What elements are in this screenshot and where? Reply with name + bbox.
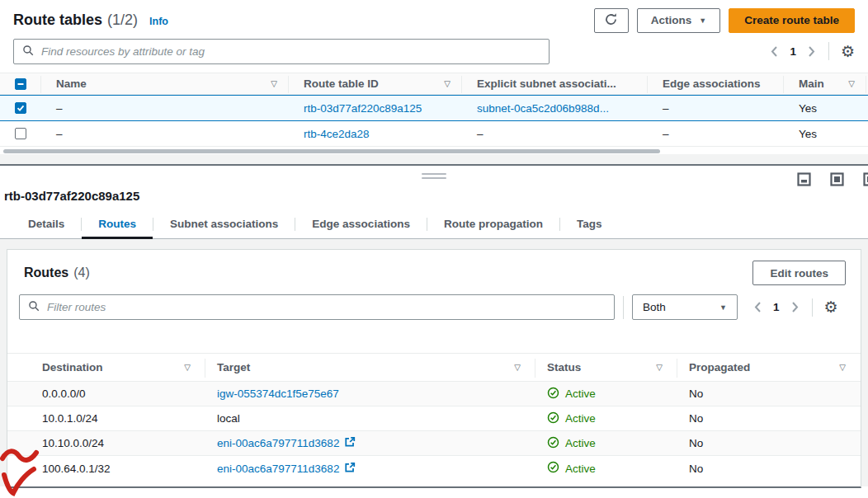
column-header-propagated[interactable]: Propagated ▽ [677,354,861,381]
refresh-icon [604,12,618,29]
sort-icon[interactable]: ▽ [514,363,521,372]
detail-heading: rtb-03d77af220c89a125 [0,187,868,211]
table-row[interactable]: – rtb-4ce2da28 – – Yes [0,121,868,147]
routes-filter-row: Both ▼ 1 ⚙ [7,289,861,320]
column-header-name[interactable]: Name ▽ [41,73,289,94]
target-link[interactable]: igw-055374dc1f5e75e67 [217,388,339,400]
tab-tags[interactable]: Tags [560,211,619,239]
filter-routes-input[interactable] [47,301,606,313]
split-panel-drag-row [0,166,868,187]
refresh-button[interactable] [594,8,629,33]
info-link[interactable]: Info [149,16,168,27]
divider [623,296,624,319]
sort-icon[interactable]: ▽ [444,79,451,88]
tab-subnet-associations[interactable]: Subnet associations [153,211,295,239]
cell-name: – [41,128,289,140]
sort-icon[interactable]: ▽ [184,363,191,372]
settings-gear-icon[interactable]: ⚙ [841,44,855,59]
external-link-icon[interactable] [344,436,356,450]
column-header-route-table-id[interactable]: Route table ID ▽ [289,73,462,94]
scrollbar-thumb[interactable] [3,149,660,153]
split-panel: rtb-03d77af220c89a125 Details Routes Sub… [0,164,868,496]
cell-destination: 0.0.0.0/0 [7,388,205,400]
page-title: Route tables [13,12,102,29]
route-row[interactable]: 100.64.0.1/32 eni-00ac6a797711d3682 Acti… [7,456,861,481]
divider [828,42,829,60]
routes-panel-title: Routes [24,265,68,280]
status-text: Active [565,388,596,400]
route-row[interactable]: 10.0.1.0/24 local Active No [7,406,861,431]
sort-icon[interactable]: ▽ [839,363,846,372]
column-header-destination[interactable]: Destination ▽ [7,354,205,381]
panel-position-side-icon[interactable] [863,172,868,189]
status-text: Active [565,412,596,425]
routes-header-row: Destination ▽ Target ▽ Status ▽ Propagat… [7,353,861,382]
subnet-link[interactable]: subnet-0ca5c2d06b988d... [477,102,609,115]
target-link[interactable]: eni-00ac6a797711d3682 [217,437,339,449]
column-header-status[interactable]: Status ▽ [535,354,677,381]
search-icon [28,300,40,314]
divider [812,298,813,317]
select-all-checkbox[interactable] [15,78,26,90]
route-mode-value: Both [643,301,666,313]
create-route-table-button[interactable]: Create route table [729,8,855,33]
routes-card: Routes (4) Edit routes Both ▼ [7,249,861,488]
column-header-target[interactable]: Target ▽ [205,354,535,381]
tab-content: Routes (4) Edit routes Both ▼ [0,239,868,486]
route-table-id-link[interactable]: rtb-4ce2da28 [304,128,370,140]
search-icon [22,45,34,59]
tab-route-propagation[interactable]: Route propagation [427,211,559,239]
tab-edge-associations[interactable]: Edge associations [295,211,427,239]
status-active-icon [547,461,559,476]
tab-routes[interactable]: Routes [82,211,153,239]
column-header-main[interactable]: Main ▽ [784,73,866,94]
row-checkbox[interactable] [15,102,26,114]
panel-position-bottom-icon[interactable] [797,172,811,189]
route-tables-header-row: Name ▽ Route table ID ▽ Explicit subnet … [0,73,868,95]
prev-page-button[interactable] [769,44,780,59]
resource-search[interactable] [13,39,550,64]
status-active-icon [547,411,559,426]
routes-count: (4) [73,265,90,280]
next-page-button[interactable] [790,299,800,315]
selection-count: (1/2) [107,12,138,29]
page-number: 1 [790,45,796,58]
routes-table: Destination ▽ Target ▽ Status ▽ Propagat… [7,353,861,481]
edit-routes-button[interactable]: Edit routes [752,261,846,285]
route-row[interactable]: 10.10.0.0/24 eni-00ac6a797711d3682 Activ… [7,431,861,456]
cell-destination: 10.0.1.0/24 [7,412,205,425]
cell-main: Yes [784,128,866,140]
panel-gap [0,154,868,164]
page-number: 1 [773,301,780,313]
table-row[interactable]: – rtb-03d77af220c89a125 subnet-0ca5c2d06… [0,95,868,121]
status-active-icon [547,387,559,402]
prev-page-button[interactable] [752,299,763,315]
tab-details[interactable]: Details [12,211,81,239]
cell-destination: 10.10.0.0/24 [7,437,205,449]
sort-icon[interactable]: ▽ [848,79,855,88]
actions-label: Actions [651,14,692,26]
controls-row: 1 ⚙ [0,38,868,64]
routes-filter[interactable] [19,294,615,320]
route-row[interactable]: 0.0.0.0/0 igw-055374dc1f5e75e67 Active N… [7,382,861,406]
target-link[interactable]: eni-00ac6a797711d3682 [217,463,339,475]
route-mode-select[interactable]: Both ▼ [632,294,738,320]
resize-handle[interactable] [422,173,446,181]
row-checkbox[interactable] [15,128,26,139]
next-page-button[interactable] [806,44,817,59]
sort-icon[interactable]: ▽ [271,79,277,88]
panel-position-main-icon[interactable] [830,172,844,189]
route-table-id-link[interactable]: rtb-03d77af220c89a125 [304,102,422,115]
actions-button[interactable]: Actions ▼ [637,8,720,33]
column-header-explicit-subnet[interactable]: Explicit subnet associati... [462,73,648,94]
status-text: Active [565,437,596,449]
external-link-icon[interactable] [344,462,356,476]
sort-icon[interactable]: ▽ [656,363,663,372]
column-header-edge-associations[interactable]: Edge associations [648,73,784,94]
route-tables-table: Name ▽ Route table ID ▽ Explicit subnet … [0,73,868,147]
cell-subnet: – [462,128,648,140]
search-input[interactable] [41,45,540,58]
settings-gear-icon[interactable]: ⚙ [824,299,838,315]
cell-edge: – [648,102,784,115]
pagination-routes: 1 ⚙ [752,298,838,317]
